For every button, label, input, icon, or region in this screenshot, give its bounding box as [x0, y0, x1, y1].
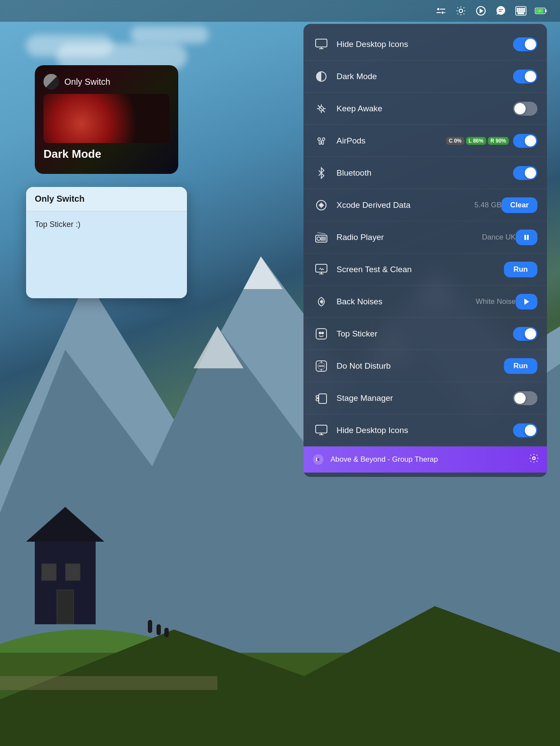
svg-rect-58 [524, 235, 526, 240]
svg-point-66 [319, 332, 321, 334]
monitor-icon-2 [313, 422, 330, 439]
svg-rect-38 [518, 13, 524, 14]
play-button[interactable] [516, 294, 537, 310]
top-sticker-label: Top Sticker [337, 329, 513, 339]
svg-rect-73 [316, 425, 327, 433]
dark-mode-card: Only Switch Dark Mode [35, 65, 178, 174]
airpods-right-badge: R 90% [488, 137, 509, 145]
svg-marker-64 [524, 299, 529, 305]
bottom-bar: Above & Beyond - Group Therap [303, 446, 547, 473]
figure-2 [157, 624, 161, 635]
hide-desktop-icons-2-label: Hide Desktop Icons [337, 426, 513, 435]
airpods-left-badge: L 86% [466, 137, 486, 145]
keep-awake-label: Keep Awake [337, 104, 513, 113]
svg-rect-70 [319, 394, 327, 403]
hide-desktop-icons-label: Hide Desktop Icons [337, 40, 513, 49]
svg-marker-28 [480, 9, 483, 13]
back-noises-sublabel: White Noise [476, 297, 516, 306]
airpods-toggle[interactable] [513, 134, 537, 148]
svg-point-77 [317, 458, 320, 461]
svg-rect-35 [519, 10, 520, 12]
row-hide-desktop-icons: Hide Desktop Icons [303, 28, 547, 60]
airpods-label: AirPods [337, 136, 446, 146]
music-list-icon [311, 453, 325, 466]
svg-point-48 [318, 138, 320, 140]
row-stage-manager: Stage Manager [303, 382, 547, 414]
clear-button[interactable]: Clear [501, 197, 537, 213]
bluetooth-label: Bluetooth [337, 168, 513, 178]
row-xcode-derived-data: Xcode Derived Data 5.48 GB Clear [303, 189, 547, 221]
gear-icon[interactable] [529, 453, 539, 466]
svg-rect-43 [316, 39, 327, 47]
svg-point-49 [322, 138, 325, 140]
svg-line-22 [463, 13, 464, 14]
svg-line-25 [457, 13, 458, 14]
row-keep-awake: Keep Awake [303, 93, 547, 125]
svg-rect-30 [517, 8, 518, 10]
row-airpods: AirPods C 0% L 86% R 90% [303, 125, 547, 157]
row-dark-mode: Dark Mode [303, 60, 547, 93]
top-sticker-popup-header: Only Switch [26, 187, 187, 211]
bottom-bar-track: Above & Beyond - Group Therap [330, 455, 523, 464]
svg-rect-65 [316, 329, 327, 339]
svg-line-26 [463, 7, 464, 8]
dnd-icon [313, 358, 330, 374]
dark-mode-card-label: Dark Mode [43, 147, 170, 165]
airpods-icon [313, 133, 330, 149]
controls-icon[interactable] [435, 5, 447, 17]
airpods-case-badge: C 0% [446, 137, 464, 145]
svg-line-21 [457, 7, 458, 8]
dark-mode-card-header: Only Switch [43, 74, 170, 90]
svg-rect-37 [523, 10, 525, 12]
stage-manager-icon [313, 390, 330, 406]
top-sticker-popup-body: Top Sticker :) [26, 211, 187, 298]
keep-awake-icon [313, 100, 330, 117]
svg-point-78 [533, 457, 535, 460]
dark-mode-label: Dark Mode [337, 72, 513, 81]
keep-awake-toggle[interactable] [513, 102, 537, 116]
dnd-run-button[interactable]: Run [504, 358, 537, 374]
battery-icon: ⚡ [535, 5, 547, 17]
screen-test-label: Screen Test & Clean [337, 265, 504, 274]
svg-rect-72 [316, 399, 319, 401]
play-circle-icon[interactable] [475, 5, 487, 17]
row-radio-player: Radio Player Dance UK [303, 221, 547, 253]
svg-rect-59 [527, 235, 529, 240]
svg-rect-71 [316, 396, 319, 398]
row-screen-test-clean: Screen Test & Clean Run [303, 253, 547, 286]
svg-rect-31 [519, 8, 520, 10]
stage-manager-label: Stage Manager [337, 393, 513, 403]
hide-desktop-icons-2-toggle[interactable] [513, 423, 537, 437]
svg-point-18 [459, 9, 463, 13]
screen-test-run-button[interactable]: Run [504, 262, 537, 277]
pause-button[interactable] [516, 230, 537, 245]
airpods-badges: C 0% L 86% R 90% [446, 137, 509, 145]
dark-mode-icon [313, 68, 330, 85]
bluetooth-icon [313, 165, 330, 181]
do-not-disturb-label: Do Not Disturb [337, 361, 504, 371]
bluetooth-toggle[interactable] [513, 166, 537, 180]
svg-text:⚡: ⚡ [538, 9, 542, 13]
chatgpt-icon[interactable] [495, 5, 507, 17]
svg-point-51 [320, 204, 322, 206]
svg-point-63 [320, 301, 322, 303]
radio-player-label: Radio Player [337, 233, 479, 242]
svg-rect-32 [521, 8, 523, 10]
svg-rect-60 [316, 264, 327, 272]
house [35, 537, 96, 624]
xcode-size-label: 5.48 GB [474, 201, 501, 210]
top-sticker-toggle[interactable] [513, 327, 537, 341]
radio-player-sublabel: Dance UK [482, 233, 516, 242]
svg-point-15 [442, 12, 444, 14]
stage-manager-toggle[interactable] [513, 391, 537, 405]
figure-3 [164, 628, 169, 637]
brightness-icon[interactable] [455, 5, 467, 17]
keyboard-icon[interactable] [515, 5, 527, 17]
back-noises-label: Back Noises [337, 297, 472, 306]
dark-mode-toggle[interactable] [513, 70, 537, 83]
monitor-icon [313, 36, 330, 53]
svg-point-53 [317, 237, 320, 240]
screen-test-icon [313, 261, 330, 278]
hide-desktop-icons-toggle[interactable] [513, 37, 537, 51]
figure-1 [148, 620, 152, 633]
